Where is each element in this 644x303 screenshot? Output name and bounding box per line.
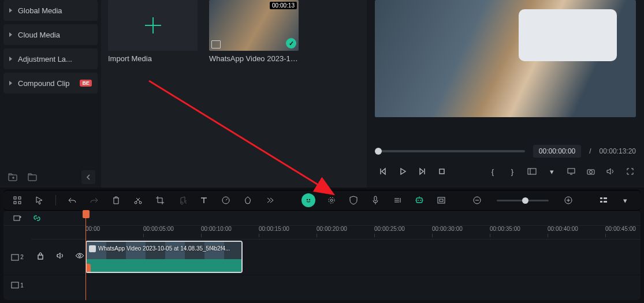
svg-point-6	[590, 171, 593, 174]
seek-knob[interactable]	[375, 148, 382, 155]
ruler-tick: 00:00:25:00	[374, 226, 405, 232]
ruler-tick: 00:00:20:00	[317, 226, 347, 232]
media-clip-tile[interactable]: 00:00:13 ✓ WhatsApp Video 2023-10-05...	[209, 0, 299, 63]
frame-icon[interactable]	[435, 194, 447, 206]
mark-out-button[interactable]: }	[507, 166, 518, 177]
import-media-label: Import Media	[108, 54, 198, 63]
ruler-tick: 00:00:45:00	[605, 226, 636, 232]
microphone-icon[interactable]	[370, 194, 381, 206]
svg-rect-28	[600, 201, 602, 203]
split-button[interactable]	[132, 194, 144, 206]
folder-icon[interactable]	[25, 170, 39, 184]
beta-badge: BE	[80, 80, 92, 87]
svg-rect-9	[14, 201, 16, 204]
sidebar-item-compound-clip[interactable]: Compound Clip BE	[3, 73, 98, 93]
time-separator: /	[589, 147, 591, 155]
ai-tools-icon[interactable]	[414, 194, 425, 206]
playhead-handle[interactable]	[83, 210, 90, 218]
snapshot-button[interactable]	[585, 166, 597, 177]
playhead[interactable]	[85, 211, 86, 300]
sidebar-item-adjustment-layer[interactable]: Adjustment La...	[3, 48, 98, 69]
preview-video[interactable]	[375, 0, 636, 117]
preview-panel: 00:00:00:00 / 00:00:13:20 { } ▾	[367, 0, 644, 188]
track-header: 2	[3, 254, 31, 261]
import-media-tile[interactable]: Import Media	[108, 0, 198, 63]
chevron-down-icon[interactable]: ▾	[620, 194, 631, 206]
more-tools-button[interactable]	[264, 194, 276, 206]
display-button[interactable]	[565, 166, 577, 177]
svg-rect-23	[440, 199, 443, 201]
crop-button[interactable]	[154, 194, 166, 206]
track-header: 1	[3, 282, 31, 289]
ruler-tick: 00:00:30:00	[432, 226, 463, 232]
chevron-right-icon	[9, 8, 12, 13]
delete-button[interactable]	[110, 194, 122, 206]
ruler-tick: 00:00:05:00	[143, 226, 174, 232]
sidebar-item-label: Compound Clip	[18, 79, 74, 88]
text-button[interactable]	[198, 194, 210, 206]
video-track-2[interactable]: 2 WhatsApp Video 2023-10-05 at 14.08.35_…	[3, 240, 641, 275]
new-folder-icon[interactable]	[6, 170, 20, 184]
zoom-slider[interactable]	[497, 200, 549, 201]
shield-icon[interactable]	[348, 194, 359, 206]
svg-rect-3	[528, 169, 536, 174]
aspect-ratio-button[interactable]	[526, 166, 538, 177]
sidebar-item-cloud-media[interactable]: Cloud Media	[3, 24, 98, 45]
stop-button[interactable]	[436, 166, 448, 177]
track-number: 2	[20, 254, 24, 260]
timeline-ruler[interactable]: 00:00 00:00:05:00 00:00:10:00 00:00:15:0…	[31, 226, 641, 240]
ai-assistant-button[interactable]	[301, 193, 315, 207]
zoom-in-button[interactable]	[563, 194, 574, 206]
timeline-clip[interactable]: WhatsApp Video 2023-10-05 at 14.08.35_5f…	[85, 241, 243, 273]
audio-icon[interactable]	[392, 194, 403, 206]
video-track-1[interactable]: 1	[3, 275, 641, 295]
ruler-tick: 00:00:15:00	[259, 226, 289, 232]
collapse-sidebar-button[interactable]	[81, 170, 95, 184]
chevron-down-icon[interactable]: ▾	[546, 166, 557, 177]
svg-rect-19	[416, 198, 422, 203]
chevron-right-icon	[9, 32, 12, 37]
prev-frame-button[interactable]	[377, 166, 389, 177]
svg-point-36	[79, 255, 81, 257]
select-tool-icon[interactable]	[33, 194, 45, 206]
redo-button[interactable]	[88, 194, 100, 206]
svg-point-21	[420, 200, 421, 201]
svg-point-14	[307, 199, 308, 200]
sidebar-item-global-media[interactable]: Global Media	[3, 0, 98, 21]
seek-bar[interactable]	[375, 150, 525, 152]
sidebar-item-label: Adjustment La...	[18, 55, 92, 63]
svg-rect-31	[12, 255, 18, 260]
sidebar-footer	[0, 167, 101, 188]
music-icon[interactable]	[176, 194, 188, 206]
lock-icon[interactable]	[35, 250, 46, 261]
track-view-button[interactable]	[598, 194, 609, 206]
fullscreen-button[interactable]	[624, 166, 636, 177]
svg-rect-30	[14, 216, 20, 220]
clip-label: WhatsApp Video 2023-10-05...	[209, 54, 299, 63]
play-button[interactable]	[397, 166, 408, 177]
zoom-out-button[interactable]	[471, 194, 483, 206]
visibility-icon[interactable]	[74, 250, 85, 261]
edit-tools-icon[interactable]	[12, 194, 23, 206]
mark-in-button[interactable]: {	[487, 166, 498, 177]
mute-icon[interactable]	[54, 250, 66, 261]
timeline: 00:00 00:00:05:00 00:00:10:00 00:00:15:0…	[3, 211, 641, 300]
svg-rect-18	[374, 196, 377, 201]
sidebar-item-label: Global Media	[18, 6, 92, 15]
svg-point-17	[330, 199, 333, 201]
ruler-tick: 00:00:10:00	[201, 226, 232, 232]
color-button[interactable]	[242, 194, 254, 206]
media-sidebar: Global Media Cloud Media Adjustment La..…	[0, 0, 101, 188]
play-forward-button[interactable]	[416, 166, 428, 177]
ruler-tick: 00:00	[85, 226, 100, 232]
chevron-right-icon	[9, 57, 12, 61]
zoom-knob[interactable]	[522, 197, 528, 204]
color-wheel-icon[interactable]	[326, 194, 337, 206]
volume-button[interactable]	[605, 166, 616, 177]
ruler-tick: 00:00:40:00	[548, 226, 578, 232]
speed-button[interactable]	[220, 194, 232, 206]
svg-point-12	[139, 201, 142, 204]
add-track-button[interactable]	[12, 212, 23, 224]
clip-trim-handle[interactable]	[85, 264, 91, 273]
undo-button[interactable]	[66, 194, 78, 206]
